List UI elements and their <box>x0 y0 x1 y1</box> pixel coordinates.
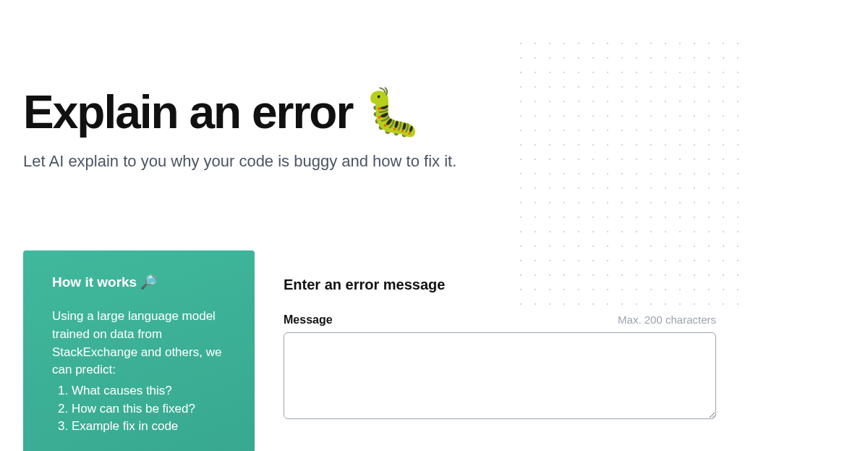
error-form: Enter an error message Message Max. 200 … <box>284 250 868 451</box>
how-it-works-heading: How it works 🔎 <box>52 274 234 290</box>
list-item: How can this be fixed? <box>58 400 234 418</box>
form-title: Enter an error message <box>284 277 716 293</box>
list-item: Example fix in code <box>58 418 234 436</box>
how-it-works-card: How it works 🔎 Using a large language mo… <box>23 250 255 451</box>
list-item: What causes this? <box>58 382 234 400</box>
max-chars-hint: Max. 200 characters <box>618 313 716 326</box>
message-input[interactable] <box>284 332 716 419</box>
message-label: Message <box>284 313 333 326</box>
how-it-works-intro: Using a large language model trained on … <box>52 308 234 379</box>
how-it-works-list: What causes this? How can this be fixed?… <box>52 382 234 436</box>
